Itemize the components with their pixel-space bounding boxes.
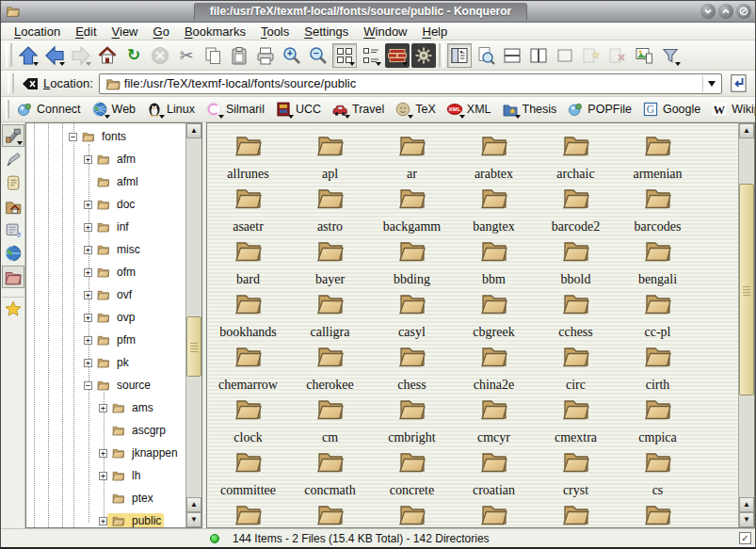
expand-toggle-icon[interactable]: + (99, 449, 107, 458)
menu-view[interactable]: View (105, 24, 146, 39)
sidebar-home-folder-icon[interactable] (2, 195, 24, 218)
tree-item-inf[interactable]: +inf (84, 216, 132, 238)
file-folder-cc-pl[interactable]: cc-pl (617, 289, 699, 342)
expand-toggle-icon[interactable]: + (84, 201, 92, 209)
file-folder-archaic[interactable]: archaic (535, 131, 617, 184)
selected-tree-item[interactable]: public (107, 513, 164, 528)
sidebar-toggle-icon[interactable] (447, 43, 472, 68)
location-input[interactable]: file:/usr/TeX/texmf-local/fonts/source/p… (124, 76, 702, 90)
expand-toggle-icon[interactable]: + (84, 246, 92, 254)
bookmark-silmaril[interactable]: Silmaril (201, 99, 271, 120)
tree-item-ascgrp[interactable]: ascgrp (99, 419, 169, 442)
tree-item-ovp[interactable]: +ovp (84, 306, 137, 329)
file-folder-ar[interactable]: ar (371, 131, 453, 184)
file-folder-concrete[interactable]: concrete (371, 447, 453, 500)
scroll-up-icon[interactable]: ▲ (186, 123, 201, 138)
zoom-in-icon[interactable]: + (280, 43, 304, 68)
file-folder-bbold[interactable]: bbold (535, 236, 617, 289)
menu-settings[interactable]: Settings (297, 24, 356, 39)
expand-toggle-icon[interactable]: + (84, 314, 92, 322)
scroll-down-icon[interactable]: ▼ (186, 512, 201, 527)
tree-item-body[interactable]: pfm (92, 332, 138, 347)
cut-icon[interactable]: ✂ (174, 43, 199, 68)
file-folder-backgamm[interactable]: backgamm (371, 184, 453, 236)
file-folder-chess[interactable]: chess (371, 342, 453, 395)
main-scrollbar[interactable]: ▲ ▲ ▼ (738, 123, 754, 527)
bookmark-popfile[interactable]: POPFile (563, 99, 638, 120)
tree-item-body[interactable]: ofm (92, 265, 138, 280)
zoom-out-icon[interactable]: − (306, 43, 330, 68)
maximize-icon[interactable] (718, 4, 733, 19)
tree-view-icon[interactable] (359, 43, 383, 68)
menu-tools[interactable]: Tools (253, 24, 297, 39)
file-folder-clock[interactable]: clock (207, 395, 289, 447)
menu-edit[interactable]: Edit (68, 24, 104, 39)
tree-item-doc[interactable]: +doc (84, 193, 137, 216)
bookmark-wikipedia[interactable]: WWikipedia (707, 99, 756, 120)
file-folder-barcode2[interactable]: barcode2 (535, 184, 617, 236)
file-folder-cmbright[interactable]: cmbright (371, 395, 453, 447)
menu-go[interactable]: Go (146, 24, 177, 39)
bookmark-tex[interactable]: TeX (391, 99, 442, 120)
tree-item-body[interactable]: ams (107, 400, 156, 415)
home-icon[interactable] (95, 43, 120, 68)
file-folder-clipped[interactable] (371, 500, 453, 527)
file-folder-asaetr[interactable]: asaetr (207, 184, 289, 236)
menu-window[interactable]: Window (356, 24, 414, 39)
file-folder-arabtex[interactable]: arabtex (453, 131, 535, 184)
copy-icon[interactable] (201, 43, 225, 68)
bookmark-linux[interactable]: Linux (142, 99, 201, 120)
scroll-up-icon[interactable]: ▲ (186, 497, 201, 512)
tree-item-public[interactable]: +public (99, 509, 164, 528)
file-folder-bengali[interactable]: bengali (617, 236, 699, 289)
sidebar-network-icon[interactable] (2, 242, 24, 265)
location-dropdown-icon[interactable] (702, 75, 719, 92)
clear-location-icon[interactable] (21, 76, 40, 91)
main-scrollbar-thumb[interactable] (739, 184, 754, 396)
collapse-toggle-icon[interactable]: − (69, 133, 77, 141)
file-folder-cmextra[interactable]: cmextra (535, 395, 617, 447)
tree-item-body[interactable]: doc (92, 197, 137, 212)
bookmark-travel[interactable]: Travel (328, 99, 391, 120)
scroll-up-icon[interactable]: ▲ (739, 497, 754, 512)
tree-item-lh[interactable]: +lh (99, 464, 143, 487)
print-icon[interactable] (253, 43, 278, 68)
toolbar-grip[interactable] (6, 100, 9, 120)
tree-item-pfm[interactable]: +pfm (84, 329, 138, 351)
expand-toggle-icon[interactable]: + (99, 472, 107, 480)
close-icon[interactable] (736, 4, 751, 19)
bricks-icon[interactable] (385, 43, 410, 68)
tree-item-ovf[interactable]: +ovf (84, 283, 135, 306)
file-folder-clipped[interactable] (289, 500, 371, 527)
file-folder-calligra[interactable]: calligra (289, 289, 371, 342)
expand-toggle-icon[interactable]: + (84, 359, 92, 367)
file-folder-china2e[interactable]: china2e (453, 342, 535, 395)
split-vertical-icon[interactable] (526, 43, 551, 68)
tree-item-body[interactable]: lh (107, 468, 143, 483)
title-bar[interactable]: file:/usr/TeX/texmf-local/fonts/source/p… (1, 1, 755, 23)
file-folder-bard[interactable]: bard (207, 236, 289, 289)
sidebar-configure-sidebar-icon[interactable] (2, 124, 24, 147)
tree-item-body[interactable]: ascgrp (107, 423, 169, 438)
sidebar-services-icon[interactable]: ♪ (2, 218, 24, 241)
sidebar-history-icon[interactable] (2, 171, 24, 194)
reload-icon[interactable]: ↻ (121, 43, 146, 68)
tree-item-body[interactable]: misc (92, 242, 143, 257)
up-arrow-icon[interactable] (16, 43, 40, 68)
file-folder-cmpica[interactable]: cmpica (617, 395, 699, 447)
expand-toggle-icon[interactable]: + (84, 291, 92, 299)
file-folder-clipped[interactable] (535, 500, 617, 527)
file-folder-circ[interactable]: circ (535, 342, 617, 395)
menu-help[interactable]: Help (415, 24, 456, 39)
menu-bookmarks[interactable]: Bookmarks (177, 24, 253, 39)
gear-icon[interactable] (411, 43, 436, 68)
file-folder-armenian[interactable]: armenian (617, 131, 699, 184)
file-folder-barcodes[interactable]: barcodes (617, 184, 699, 236)
expand-toggle-icon[interactable]: + (84, 223, 92, 232)
bookmark-connect[interactable]: Connect (12, 99, 88, 120)
expand-toggle-icon[interactable]: + (99, 404, 107, 412)
tree-item-body[interactable]: inf (92, 219, 132, 234)
file-folder-chemarrow[interactable]: chemarrow (207, 342, 289, 395)
thumbnails-icon[interactable] (632, 43, 656, 68)
tree-item-body[interactable]: pk (92, 355, 132, 370)
